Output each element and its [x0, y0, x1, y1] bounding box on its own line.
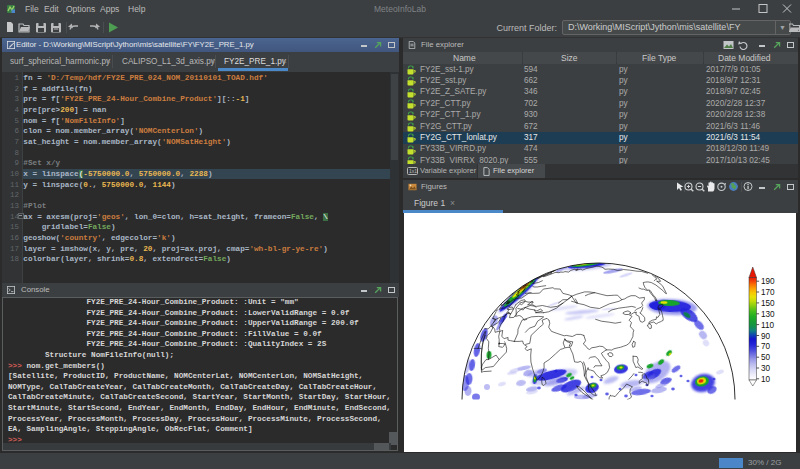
svg-text:30: 30 — [761, 364, 771, 373]
svg-text:170: 170 — [761, 288, 775, 297]
svg-text:10: 10 — [761, 375, 771, 384]
svg-text:70: 70 — [761, 342, 771, 351]
svg-text:90: 90 — [761, 332, 771, 341]
svg-text:190: 190 — [761, 277, 775, 286]
svg-text:130: 130 — [761, 310, 775, 319]
svg-text:110: 110 — [761, 321, 774, 330]
svg-text:150: 150 — [761, 299, 775, 308]
svg-text:50: 50 — [761, 353, 771, 362]
svg-text:1x1: 1x1 — [409, 168, 417, 174]
